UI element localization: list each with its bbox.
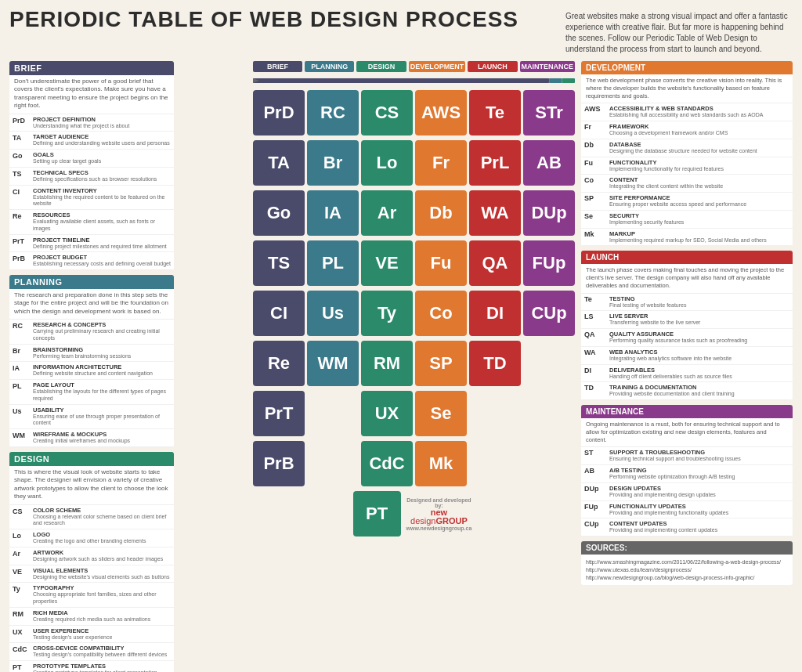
cell-PT: PT [353, 491, 401, 537]
cell-empty [477, 491, 525, 537]
cell-SP: SP [415, 341, 467, 386]
column-headers: BRIEF PLANNING DESIGN DEVELOPMENT LAUNCH… [180, 61, 575, 72]
list-item: TeTESTINGFinal testing of website featur… [581, 294, 793, 312]
maintenance-items: STSUPPORT & TROUBLESHOOTINGEnsuring tech… [581, 447, 793, 537]
content-area: BRIEF Don't underestimate the power of a… [9, 61, 793, 672]
title-row: PERIODIC TABLE OF WEB DESIGN PROCESS Gre… [9, 8, 793, 55]
cell-empty [303, 491, 351, 537]
list-item: LSLIVE SERVERTransferring website to the… [581, 311, 793, 329]
brief-desc: Don't underestimate the power of a good … [9, 75, 174, 114]
col-header-planning: PLANNING [305, 61, 354, 72]
list-item: QAQUALITY ASSURANCEPerforming quality as… [581, 329, 793, 347]
cell-TA: TA [253, 140, 305, 186]
cell-Re: Re [253, 341, 305, 386]
maintenance-desc: Ongoing maintenance is a must, both for … [581, 418, 793, 447]
cell-AB: AB [523, 140, 575, 186]
list-item: DIDELIVERABLESHanding off client deliver… [581, 365, 793, 383]
list-item: SPSITE PERFORMANCEEnsuring proper websit… [581, 193, 793, 211]
cell-TS: TS [253, 240, 305, 286]
design-items: CSCOLOR SCHEMEChoosing a relevant color … [9, 505, 174, 672]
cell-Br: Br [307, 140, 359, 186]
pencil-svg [253, 76, 575, 85]
maintenance-header: MAINTENANCE [581, 405, 793, 418]
list-item: CUpCONTENT UPDATESProviding and implemen… [581, 518, 793, 537]
cell-Fu: Fu [415, 240, 467, 286]
cell-Mk: Mk [415, 441, 467, 486]
planning-header: PLANNING [9, 275, 174, 289]
cell-CS: CS [361, 90, 413, 135]
cell-PrB: PrB [253, 441, 305, 486]
cell-FUp: FUp [523, 240, 575, 286]
pencil-bar [253, 76, 575, 85]
list-item: PrTPROJECT TIMELINEDefining project mile… [9, 235, 174, 253]
list-item: PLPAGE LAYOUTEstablishing the layouts fo… [9, 380, 174, 405]
list-item: AWSACCESSIBILITY & WEB STANDARDSEstablis… [581, 103, 793, 121]
cell-empty [307, 391, 359, 436]
sources-content: http://www.smashingmagazine.com/2011/06/… [581, 555, 793, 585]
sources-section: SOURCES: http://www.smashingmagazine.com… [581, 541, 793, 585]
list-item: STSUPPORT & TROUBLESHOOTINGEnsuring tech… [581, 447, 793, 465]
main-container: PERIODIC TABLE OF WEB DESIGN PROCESS Gre… [0, 0, 802, 672]
cell-empty [523, 391, 575, 436]
cell-DI: DI [469, 291, 521, 336]
list-item: MkMARKUPImplementing required markup for… [581, 229, 793, 247]
cell-CUp: CUp [523, 291, 575, 336]
svg-rect-1 [549, 78, 562, 83]
sources-header: SOURCES: [581, 541, 793, 555]
list-item: ReRESOURCESEvaluating available client a… [9, 210, 174, 235]
svg-rect-2 [562, 78, 575, 83]
list-item: TDTRAINING & DOCUMENTATIONProviding webs… [581, 382, 793, 400]
planning-section: PLANNING The research and preparation do… [9, 275, 174, 447]
table-row: PrD RC CS AWS Te STr [180, 90, 575, 135]
list-item: UsUSABILITYEnsuring ease of use through … [9, 405, 174, 430]
list-item: IAINFORMATION ARCHITECTUREDefining websi… [9, 362, 174, 380]
table-row: TA Br Lo Fr PrL AB [180, 140, 575, 186]
brief-header: BRIEF [9, 61, 174, 75]
cell-AWS: AWS [415, 90, 467, 135]
list-item: UXUSER EXPERIENCETesting design's user e… [9, 626, 174, 644]
list-item: SeSECURITYImplementing security features [581, 211, 793, 229]
col-header-development: DEVELOPMENT [409, 61, 466, 72]
list-item: RCRESEARCH & CONCEPTSCarrying out prelim… [9, 320, 174, 345]
table-row: PrB CdC Mk [180, 441, 575, 486]
col-header-launch: LAUNCH [468, 61, 517, 72]
list-item: GoGOALSSetting up clear target goals [9, 150, 174, 168]
list-item: WAWEB ANALYTICSIntegrating web analytics… [581, 347, 793, 365]
svg-rect-0 [253, 78, 549, 83]
cell-DUp: DUp [523, 190, 575, 236]
col-header-brief: BRIEF [253, 61, 302, 72]
launch-desc: The launch phase covers making final tou… [581, 264, 793, 293]
table-row: Go IA Ar Db WA DUp [180, 190, 575, 236]
col-header-empty [180, 61, 251, 72]
cell-empty [527, 491, 575, 537]
table-row: PrT UX Se [180, 391, 575, 436]
periodic-table: BRIEF PLANNING DESIGN DEVELOPMENT LAUNCH… [180, 61, 575, 672]
designed-by-label: Designed and developed by: [406, 497, 472, 508]
cell-STr: STr [523, 90, 575, 135]
list-item: BrBRAINSTORMINGPerforming team brainstor… [9, 345, 174, 363]
table-row: CI Us Ty Co DI CUp [180, 291, 575, 336]
list-item: DUpDESIGN UPDATESProviding and implement… [581, 483, 793, 501]
list-item: VEVISUAL ELEMENTSDesigning the website's… [9, 565, 174, 583]
cell-Us: Us [307, 291, 359, 336]
cell-Se: Se [415, 391, 467, 436]
cell-Fr: Fr [415, 140, 467, 186]
cell-Co: Co [415, 291, 467, 336]
cell-PrD: PrD [253, 90, 305, 135]
planning-desc: The research and preparation done in thi… [9, 289, 174, 320]
planning-items: RCRESEARCH & CONCEPTSCarrying out prelim… [9, 320, 174, 447]
right-panel: DEVELOPMENT The web development phase co… [581, 61, 793, 672]
cell-Te: Te [469, 90, 521, 135]
list-item: TATARGET AUDIENCEDefining and understand… [9, 132, 174, 150]
brief-items: PrDPROJECT DEFINITIONUnderstanding what … [9, 114, 174, 271]
cell-WM: WM [307, 341, 359, 386]
list-item: PrDPROJECT DEFINITIONUnderstanding what … [9, 114, 174, 132]
cell-empty [253, 491, 301, 537]
cell-Ar: Ar [361, 190, 413, 236]
cell-PrL: PrL [469, 140, 521, 186]
cell-empty [307, 441, 359, 486]
cell-empty [469, 391, 521, 436]
list-item: LoLOGOCreating the logo and other brandi… [9, 529, 174, 547]
cell-VE: VE [361, 240, 413, 286]
cell-empty [523, 341, 575, 386]
